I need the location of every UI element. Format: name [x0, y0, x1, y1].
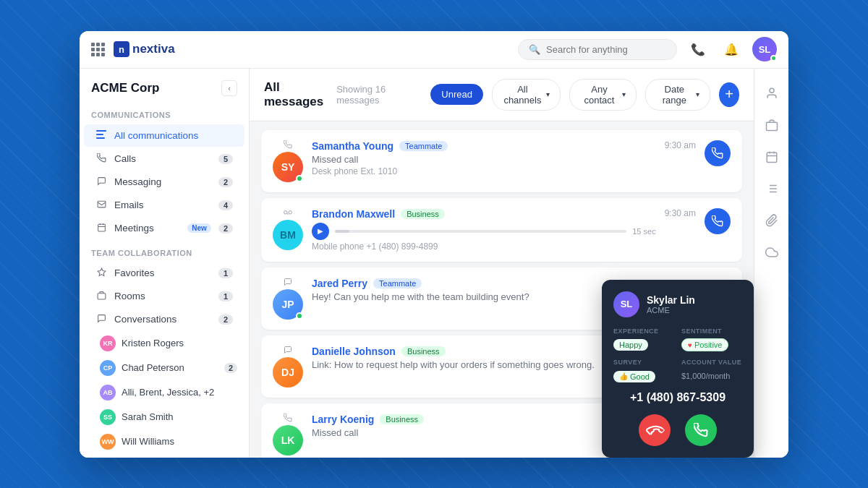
sentiment-value: ♥ Positive: [681, 338, 728, 351]
accept-call-btn[interactable]: [685, 414, 717, 446]
chevron-down-icon: ▾: [622, 90, 626, 98]
msg-tag: Teammate: [399, 141, 448, 151]
chat-type-icon: [284, 278, 292, 288]
search-input[interactable]: [546, 44, 666, 55]
msg-text: Missed call: [312, 154, 656, 165]
play-button[interactable]: ▶: [312, 223, 329, 240]
sidebar-item-meetings[interactable]: Meetings New 2: [84, 218, 244, 239]
meetings-new-badge: New: [187, 223, 211, 233]
sidebar-item-messaging[interactable]: Messaging 2: [84, 171, 244, 193]
person-icon[interactable]: [759, 80, 785, 106]
popup-org: ACME: [647, 306, 695, 314]
survey-value: 👍 Good: [613, 371, 655, 382]
sarah-name: Sarah Smith: [122, 411, 174, 422]
voicemail-player: ▶ 15 sec: [312, 223, 656, 240]
calls-label: Calls: [114, 153, 211, 164]
chad-name: Chad Peterson: [122, 362, 184, 373]
contact-popup: SL Skylar Lin ACME EXPERIENCE Happy SENT…: [602, 280, 754, 458]
svg-rect-13: [766, 122, 777, 130]
sub-item-sarah[interactable]: SS Sarah Smith: [80, 405, 249, 429]
messaging-label: Messaging: [114, 176, 211, 187]
favorites-label: Favorites: [114, 267, 211, 278]
emails-label: Emails: [114, 200, 211, 210]
chad-badge: 2: [224, 363, 237, 373]
progress-fill: [335, 230, 349, 233]
sidebar-item-conversations[interactable]: Conversations 2: [84, 309, 244, 330]
will-name: Will Williams: [122, 436, 174, 447]
online-dot: [296, 312, 303, 320]
popup-name: Skylar Lin: [647, 294, 695, 306]
grid-menu-icon[interactable]: [91, 43, 105, 56]
communications-label: Communications: [80, 102, 249, 124]
msg-tag: Teammate: [373, 278, 422, 288]
table-row[interactable]: BM Brandon Maxwell Business ▶ 15 sec: [261, 198, 742, 262]
table-row[interactable]: SY Samantha Young Teammate Missed call D…: [261, 130, 742, 192]
meetings-label: Meetings: [114, 223, 180, 234]
msg-sub: Desk phone Ext. 1010: [312, 166, 656, 176]
svg-rect-8: [98, 293, 106, 299]
experience-label: EXPERIENCE: [613, 328, 674, 335]
avatar-danielle: DJ: [273, 357, 303, 388]
paperclip-icon[interactable]: [759, 207, 785, 234]
all-channels-filter[interactable]: All channels ▾: [492, 79, 561, 111]
date-range-filter[interactable]: Date range ▾: [645, 79, 710, 111]
sub-item-will[interactable]: WW Will Williams: [80, 429, 249, 454]
sidebar-item-emails[interactable]: Emails 4: [84, 194, 244, 216]
all-channels-label: All channels: [503, 84, 542, 106]
sidebar-item-rooms[interactable]: Rooms 1: [84, 286, 244, 307]
svg-point-12: [770, 88, 774, 93]
meetings-badge: 2: [218, 223, 233, 234]
survey-label: SURVEY: [613, 359, 674, 366]
sidebar-collapse-btn[interactable]: ‹: [221, 80, 237, 96]
phone-nav-icon[interactable]: 📞: [686, 37, 710, 61]
building-icon[interactable]: [759, 112, 785, 138]
experience-value: Happy: [613, 339, 648, 351]
conversations-label: Conversations: [114, 314, 211, 325]
svg-rect-5: [98, 201, 106, 207]
favorites-icon: [95, 267, 107, 279]
content-header: All messages Showing 16 messages Unread …: [250, 69, 754, 121]
emails-icon: [95, 200, 107, 211]
chevron-down-icon: ▾: [696, 90, 699, 98]
msg-tag: Business: [401, 346, 446, 356]
right-sidebar: SL Skylar Lin ACME EXPERIENCE Happy SENT…: [754, 69, 788, 458]
msg-name: Larry Koenig: [312, 414, 374, 425]
survey-stat: SURVEY 👍 Good: [613, 359, 674, 382]
list-icon[interactable]: [759, 176, 785, 202]
avatar-sarah: SS: [100, 409, 116, 425]
msg-time: 9:30 am: [665, 140, 696, 150]
account-value: $1,000/month: [681, 370, 730, 381]
any-contact-filter[interactable]: Any contact ▾: [569, 79, 637, 111]
call-action-btn[interactable]: [705, 208, 731, 234]
emails-badge: 4: [218, 200, 233, 210]
user-avatar[interactable]: SL: [752, 37, 777, 61]
msg-name: Samantha Young: [312, 140, 393, 152]
all-comms-icon: [95, 129, 107, 142]
bell-icon[interactable]: 🔔: [719, 37, 744, 61]
call-type-icon: [284, 140, 292, 150]
sidebar-item-favorites[interactable]: Favorites 1: [84, 262, 244, 284]
sub-item-kristen[interactable]: KR Kristen Rogers: [80, 331, 249, 356]
end-call-btn[interactable]: [639, 414, 671, 446]
sub-item-chad[interactable]: CP Chad Peterson 2: [80, 356, 249, 380]
avatar-brandon: BM: [273, 220, 303, 250]
sidebar-item-all-communications[interactable]: All communications: [84, 124, 244, 147]
svg-rect-15: [767, 153, 777, 163]
team-label: Team collaboration: [80, 240, 249, 262]
sidebar-item-calls[interactable]: Calls 5: [84, 148, 244, 170]
online-indicator: [770, 55, 777, 61]
account-value-stat: ACCOUNT VALUE $1,000/month: [681, 359, 742, 382]
popup-header: SL Skylar Lin ACME: [613, 291, 742, 317]
calls-badge: 5: [218, 154, 233, 164]
meetings-icon: [95, 223, 107, 234]
conversations-badge: 2: [218, 314, 233, 325]
unread-filter-btn[interactable]: Unread: [430, 84, 483, 105]
calendar-icon[interactable]: [759, 144, 785, 170]
cloud-icon[interactable]: [759, 239, 785, 265]
call-action-btn[interactable]: [705, 140, 731, 166]
avatar-alli: AB: [100, 385, 116, 401]
add-button[interactable]: +: [719, 82, 739, 107]
sub-item-alli[interactable]: AB Alli, Brent, Jessica, +2: [80, 380, 249, 405]
sidebar-title: ACME Corp: [91, 81, 159, 95]
search-bar[interactable]: 🔍: [518, 39, 677, 60]
